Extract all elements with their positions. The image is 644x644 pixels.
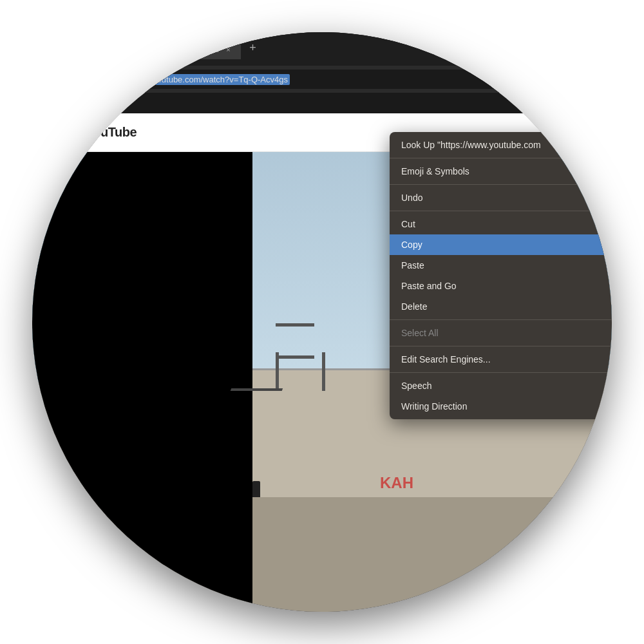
traffic-lights	[43, 45, 77, 53]
context-menu: Look Up "https://www.youtube.com Emoji &…	[390, 132, 612, 419]
traffic-light-red[interactable]	[43, 45, 51, 53]
scaffold-stairs	[231, 365, 292, 391]
youtube-play-triangle	[70, 128, 77, 137]
traffic-light-yellow[interactable]	[55, 45, 64, 53]
title-bar: Elton John - Nikita - YouTube × +	[32, 32, 612, 66]
video-black-panel	[32, 152, 252, 612]
refresh-button[interactable]: ↻	[63, 70, 81, 88]
context-menu-item-paste-go[interactable]: Paste and Go	[390, 276, 612, 296]
address-bar[interactable]: 🔒 https://www.youtube.com/watch?v=Tq-Q-A…	[86, 70, 604, 89]
lock-icon: 🔒	[93, 75, 102, 84]
tab-title: Elton John - Nikita - YouTube	[115, 45, 219, 54]
context-menu-item-lookup[interactable]: Look Up "https://www.youtube.com	[390, 135, 612, 155]
youtube-wordmark: YouTube	[86, 125, 137, 140]
context-menu-item-writing-direction[interactable]: Writing Direction ›	[390, 396, 612, 417]
context-menu-item-copy[interactable]: Copy	[390, 234, 612, 255]
scaffold-v2	[322, 352, 325, 391]
video-graffiti: KAH	[380, 474, 413, 492]
url-display[interactable]: https://www.youtube.com/watch?v=Tq-Q-Acv…	[106, 74, 290, 85]
separator-1	[390, 158, 612, 158]
tab-bar: Elton John - Nikita - YouTube × +	[90, 39, 267, 59]
youtube-icon	[63, 126, 82, 140]
context-menu-item-cut[interactable]: Cut	[390, 214, 612, 234]
separator-5	[390, 346, 612, 346]
new-tab-button[interactable]: +	[243, 39, 261, 57]
person-silhouette	[252, 481, 260, 497]
context-menu-item-emoji[interactable]: Emoji & Symbols	[390, 161, 612, 182]
browser-tab-active[interactable]: Elton John - Nikita - YouTube ×	[95, 40, 241, 59]
context-menu-item-speech[interactable]: Speech ›	[390, 375, 612, 396]
separator-3	[390, 211, 612, 211]
browser-chrome: Elton John - Nikita - YouTube × + ← ↻ 🔒 …	[32, 32, 612, 93]
scaffold-h2	[276, 323, 314, 327]
context-menu-item-undo[interactable]: Undo	[390, 187, 612, 208]
context-menu-item-edit-search[interactable]: Edit Search Engines...	[390, 349, 612, 370]
circle-frame: Elton John - Nikita - YouTube × + ← ↻ 🔒 …	[32, 32, 612, 612]
context-menu-item-paste[interactable]: Paste	[390, 255, 612, 276]
youtube-logo[interactable]: YouTube	[63, 125, 137, 140]
scaffold-h1	[276, 355, 314, 359]
context-menu-item-delete[interactable]: Delete	[390, 296, 612, 317]
tab-close-button[interactable]: ×	[223, 44, 233, 55]
traffic-light-green[interactable]	[68, 45, 77, 53]
hamburger-menu[interactable]: ☰	[43, 126, 53, 140]
separator-2	[390, 184, 612, 185]
separator-6	[390, 372, 612, 373]
context-menu-item-select-all: Select All	[390, 323, 612, 343]
browser-toolbar: ← ↻ 🔒 https://www.youtube.com/watch?v=Tq…	[32, 66, 612, 93]
tab-favicon	[102, 45, 111, 54]
separator-4	[390, 319, 612, 320]
back-button[interactable]: ←	[40, 70, 58, 88]
